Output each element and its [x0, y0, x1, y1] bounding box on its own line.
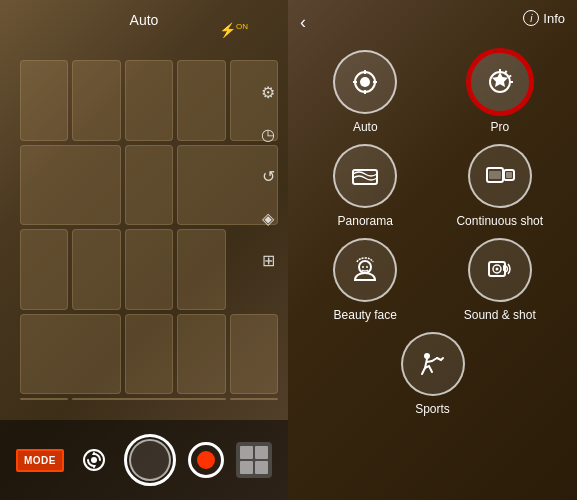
flash-indicator[interactable]: ⚡ON	[219, 22, 248, 38]
key	[20, 398, 68, 400]
svg-point-3	[91, 457, 97, 463]
gallery-grid-button[interactable]	[236, 442, 272, 478]
key	[125, 145, 173, 226]
shutter-inner	[129, 439, 171, 481]
mode-label-beauty: Beauty face	[334, 308, 397, 322]
mode-item-beauty[interactable]: Beauty face	[308, 238, 423, 322]
timer-icon[interactable]: ◷	[256, 122, 280, 146]
grid-cell	[255, 461, 268, 474]
gallery-icon[interactable]: ⊞	[256, 248, 280, 272]
mode-item-pro[interactable]: Pro	[443, 50, 558, 134]
svg-rect-26	[503, 265, 505, 271]
keyboard-texture	[20, 60, 278, 400]
key	[125, 60, 173, 141]
filter-icon[interactable]: ◈	[256, 206, 280, 230]
mode-circle-auto	[333, 50, 397, 114]
svg-line-12	[505, 71, 507, 74]
auto-mode-label: Auto	[130, 12, 159, 28]
grid-cell	[240, 446, 253, 459]
back-button[interactable]: ‹	[300, 12, 306, 33]
key	[177, 229, 225, 310]
record-dot	[197, 451, 215, 469]
mode-item-sports[interactable]: Sports	[401, 332, 465, 416]
svg-rect-19	[506, 172, 512, 178]
key	[230, 314, 278, 395]
mode-item-auto[interactable]: Auto	[308, 50, 423, 134]
key	[125, 229, 173, 310]
mode-circle-beauty	[333, 238, 397, 302]
grid-cell	[240, 461, 253, 474]
key	[20, 229, 68, 310]
svg-marker-1	[92, 451, 96, 455]
mode-circle-pro	[468, 50, 532, 114]
mode-circle-continuous	[468, 144, 532, 208]
mode-label-continuous: Continuous shot	[456, 214, 543, 228]
info-button[interactable]: i Info	[523, 10, 565, 26]
mode-item-panorama[interactable]: Panorama	[308, 144, 423, 228]
key	[20, 145, 121, 226]
mode-label-pro: Pro	[490, 120, 509, 134]
svg-point-22	[366, 266, 368, 268]
svg-rect-17	[489, 171, 501, 179]
bottom-toolbar: MODE	[0, 420, 288, 500]
svg-point-25	[495, 268, 498, 271]
record-button[interactable]	[188, 442, 224, 478]
mode-circle-panorama	[333, 144, 397, 208]
key	[72, 398, 225, 400]
key	[125, 314, 173, 395]
info-label: Info	[543, 11, 565, 26]
shutter-button[interactable]	[124, 434, 176, 486]
svg-point-5	[360, 77, 370, 87]
rotate-icon[interactable]: ↺	[256, 164, 280, 188]
grid-cell	[255, 446, 268, 459]
key	[72, 60, 120, 141]
mode-circle-sound	[468, 238, 532, 302]
svg-point-21	[362, 266, 364, 268]
svg-marker-2	[92, 465, 96, 469]
mode-circle-sports	[401, 332, 465, 396]
top-bar: Auto ⚡ON	[0, 12, 288, 28]
flash-on-label: ON	[236, 22, 248, 31]
mode-label-auto: Auto	[353, 120, 378, 134]
mode-item-continuous[interactable]: Continuous shot	[443, 144, 558, 228]
mode-label-panorama: Panorama	[338, 214, 393, 228]
mode-selector-panel: ‹ i Info Auto	[288, 0, 577, 500]
key	[20, 314, 121, 395]
camera-flip-icon[interactable]	[76, 442, 112, 478]
svg-line-13	[508, 76, 511, 78]
key	[177, 314, 225, 395]
key	[72, 229, 120, 310]
mode-label-sports: Sports	[415, 402, 450, 416]
mode-label-sound: Sound & shot	[464, 308, 536, 322]
info-icon: i	[523, 10, 539, 26]
mode-item-sound[interactable]: Sound & shot	[443, 238, 558, 322]
side-icons: ⚙ ◷ ↺ ◈ ⊞	[256, 80, 280, 272]
camera-viewfinder: Auto ⚡ON ⚙ ◷ ↺ ◈ ⊞ MODE	[0, 0, 288, 500]
settings-icon[interactable]: ⚙	[256, 80, 280, 104]
key	[20, 60, 68, 141]
mode-grid: Auto Pro	[308, 50, 557, 416]
key	[230, 398, 278, 400]
key	[177, 60, 225, 141]
mode-button[interactable]: MODE	[16, 449, 64, 472]
